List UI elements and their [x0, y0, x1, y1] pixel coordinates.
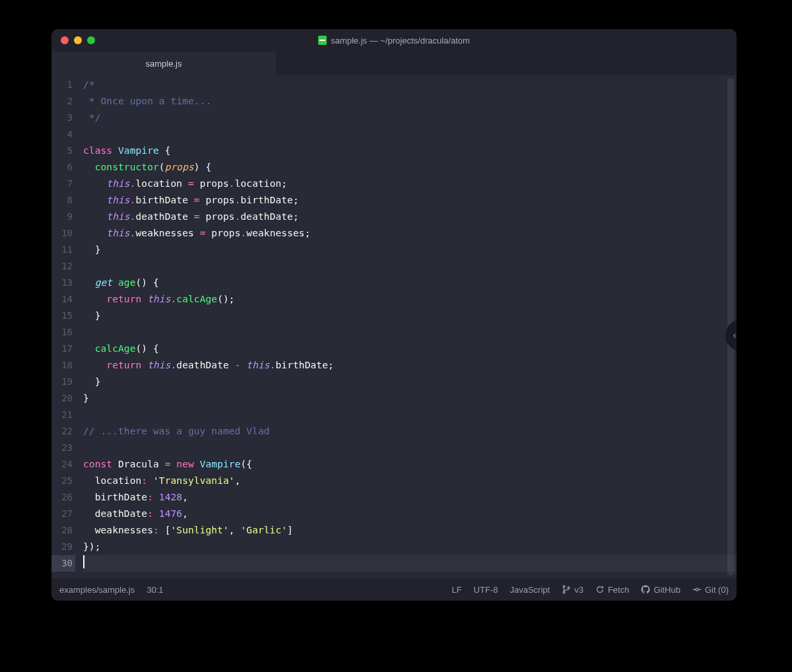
line-number[interactable]: 30: [51, 555, 75, 572]
svg-point-0: [563, 586, 565, 588]
titlebar[interactable]: sample.js — ~/projects/dracula/atom: [51, 29, 737, 51]
line-number[interactable]: 26: [51, 489, 75, 506]
line-number[interactable]: 9: [51, 209, 75, 225]
code-line[interactable]: get age() {: [83, 275, 737, 291]
line-number[interactable]: 22: [51, 423, 75, 440]
code-line[interactable]: * Once upon a time...: [83, 93, 737, 110]
line-number[interactable]: 15: [51, 308, 75, 324]
line-number[interactable]: 7: [51, 176, 75, 192]
line-number-gutter[interactable]: 1234567891011121314151617181920212223242…: [51, 75, 82, 578]
text-cursor: [83, 555, 84, 568]
editor-window: sample.js — ~/projects/dracula/atom samp…: [51, 29, 737, 601]
code-line[interactable]: calcAge() {: [83, 341, 737, 357]
line-number[interactable]: 21: [51, 407, 75, 423]
git-branch-icon: [562, 585, 571, 594]
code-line[interactable]: // ...there was a guy named Vlad: [83, 423, 737, 440]
file-icon: [318, 36, 327, 45]
status-path[interactable]: examples/sample.js: [59, 585, 135, 595]
code-line[interactable]: location: 'Transylvania',: [83, 473, 737, 489]
line-number[interactable]: 4: [51, 126, 75, 143]
code-line[interactable]: }: [83, 308, 737, 324]
status-branch[interactable]: v3: [562, 585, 583, 595]
line-number[interactable]: 14: [51, 291, 75, 308]
line-number[interactable]: 29: [51, 539, 75, 555]
code-line[interactable]: [83, 324, 737, 341]
line-number[interactable]: 6: [51, 159, 75, 176]
status-fetch[interactable]: Fetch: [595, 585, 630, 595]
chevron-left-icon: ‹: [732, 330, 737, 341]
tab-label: sample.js: [146, 59, 182, 69]
code-line[interactable]: [83, 407, 737, 423]
window-title: sample.js — ~/projects/dracula/atom: [51, 36, 737, 46]
line-number[interactable]: 28: [51, 522, 75, 539]
status-git[interactable]: Git (0): [692, 585, 729, 595]
line-number[interactable]: 19: [51, 374, 75, 390]
tab-sample-js[interactable]: sample.js: [51, 51, 276, 75]
line-number[interactable]: 1: [51, 77, 75, 93]
line-number[interactable]: 5: [51, 143, 75, 159]
line-number[interactable]: 24: [51, 456, 75, 473]
code-line[interactable]: }: [83, 242, 737, 258]
code-line[interactable]: this.deathDate = props.deathDate;: [83, 209, 737, 225]
line-number[interactable]: 11: [51, 242, 75, 258]
status-line-ending[interactable]: LF: [451, 585, 461, 595]
code-line[interactable]: class Vampire {: [83, 143, 737, 159]
code-line[interactable]: [83, 126, 737, 143]
code-line[interactable]: /*: [83, 77, 737, 93]
code-line[interactable]: }: [83, 374, 737, 390]
line-number[interactable]: 20: [51, 390, 75, 407]
git-commit-icon: [692, 585, 702, 594]
code-line[interactable]: [83, 258, 737, 275]
tab-bar[interactable]: sample.js: [51, 51, 737, 75]
code-line[interactable]: constructor(props) {: [83, 159, 737, 176]
line-number[interactable]: 13: [51, 275, 75, 291]
code-content[interactable]: /* * Once upon a time... */ class Vampir…: [82, 75, 737, 578]
line-number[interactable]: 3: [51, 110, 75, 126]
line-number[interactable]: 18: [51, 357, 75, 374]
code-line[interactable]: */: [83, 110, 737, 126]
sync-icon: [595, 585, 605, 594]
code-line[interactable]: return this.calcAge();: [83, 291, 737, 308]
status-cursor[interactable]: 30:1: [147, 585, 163, 595]
status-language[interactable]: JavaScript: [510, 585, 550, 595]
line-number[interactable]: 27: [51, 506, 75, 522]
code-line[interactable]: const Dracula = new Vampire({: [83, 456, 737, 473]
code-line[interactable]: [83, 555, 737, 572]
line-number[interactable]: 23: [51, 440, 75, 456]
window-title-text: sample.js — ~/projects/dracula/atom: [331, 36, 470, 46]
code-line[interactable]: this.birthDate = props.birthDate;: [83, 192, 737, 209]
github-icon: [641, 585, 650, 594]
line-number[interactable]: 17: [51, 341, 75, 357]
editor-area[interactable]: 1234567891011121314151617181920212223242…: [51, 75, 737, 578]
line-number[interactable]: 25: [51, 473, 75, 489]
status-encoding[interactable]: UTF-8: [474, 585, 498, 595]
svg-point-2: [568, 587, 570, 589]
svg-point-3: [696, 588, 698, 591]
code-line[interactable]: this.weaknesses = props.weaknesses;: [83, 225, 737, 242]
line-number[interactable]: 16: [51, 324, 75, 341]
code-line[interactable]: weaknesses: ['Sunlight', 'Garlic']: [83, 522, 737, 539]
line-number[interactable]: 2: [51, 93, 75, 110]
code-line[interactable]: return this.deathDate - this.birthDate;: [83, 357, 737, 374]
code-line[interactable]: birthDate: 1428,: [83, 489, 737, 506]
code-line[interactable]: this.location = props.location;: [83, 176, 737, 192]
line-number[interactable]: 8: [51, 192, 75, 209]
code-line[interactable]: });: [83, 539, 737, 555]
code-line[interactable]: [83, 440, 737, 456]
status-bar: examples/sample.js 30:1 LF UTF-8 JavaScr…: [51, 578, 737, 601]
svg-point-1: [563, 591, 565, 593]
code-line[interactable]: deathDate: 1476,: [83, 506, 737, 522]
status-github[interactable]: GitHub: [641, 585, 680, 595]
line-number[interactable]: 12: [51, 258, 75, 275]
code-line[interactable]: }: [83, 390, 737, 407]
line-number[interactable]: 10: [51, 225, 75, 242]
